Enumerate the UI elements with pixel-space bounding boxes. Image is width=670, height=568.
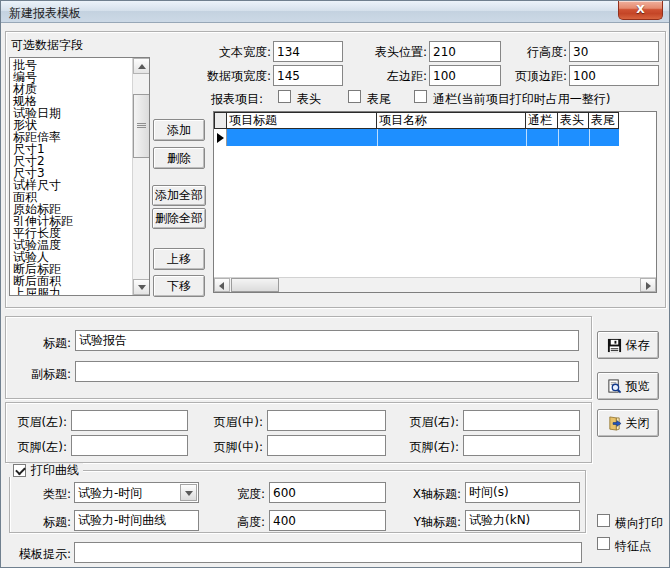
print-curve-legend: 打印曲线 bbox=[9, 463, 83, 477]
row-selector-cell bbox=[214, 129, 227, 146]
left-margin-input[interactable] bbox=[429, 65, 501, 86]
x-axis-title-label: X轴标题: bbox=[397, 486, 461, 503]
item-width-input[interactable] bbox=[273, 65, 343, 86]
grid-header-row: 项目标题 项目名称 通栏 表头 表尾 bbox=[214, 112, 619, 129]
footer-checkbox[interactable] bbox=[348, 90, 361, 103]
row-height-input[interactable] bbox=[569, 41, 659, 62]
row-height-label: 行高度: bbox=[497, 44, 567, 61]
feature-points-checkbox[interactable] bbox=[597, 537, 610, 550]
grid-selected-row[interactable] bbox=[214, 128, 619, 146]
scroll-up-button[interactable] bbox=[133, 58, 150, 74]
page-footer-center-label: 页脚(中): bbox=[201, 439, 263, 456]
hscrollbar-thumb[interactable] bbox=[231, 278, 279, 292]
curve-width-input[interactable] bbox=[269, 482, 386, 503]
report-subtitle-input[interactable] bbox=[75, 361, 579, 382]
template-hint-input[interactable] bbox=[74, 542, 582, 563]
close-button[interactable]: 关闭 bbox=[597, 409, 659, 437]
move-down-button[interactable]: 下移 bbox=[153, 275, 205, 297]
page-footer-left-input[interactable] bbox=[71, 435, 188, 456]
grid-column-footer[interactable]: 表尾 bbox=[588, 112, 619, 129]
report-title-label: 标题: bbox=[19, 335, 71, 352]
column-divider bbox=[377, 129, 378, 146]
curve-type-label: 类型: bbox=[23, 486, 71, 503]
curve-title-input[interactable] bbox=[74, 510, 199, 531]
close-window-button[interactable]: X bbox=[618, 1, 663, 20]
top-margin-input[interactable] bbox=[569, 65, 659, 86]
page-footer-left-label: 页脚(左): bbox=[7, 439, 67, 456]
close-button-label: 关闭 bbox=[626, 415, 650, 432]
curve-type-value: 试验力-时间 bbox=[78, 485, 142, 502]
field-list: 批号 编号 材质 规格 试验日期 形状 标距倍率 尺寸1 尺寸2 尺寸3 试样尺… bbox=[11, 59, 132, 295]
column-divider bbox=[526, 129, 527, 146]
banner-checkbox-label: 通栏(当前项目打印时占用一整行) bbox=[433, 91, 610, 108]
preview-button[interactable]: 预览 bbox=[597, 372, 659, 400]
page-footer-right-label: 页脚(右): bbox=[397, 439, 459, 456]
report-title-input[interactable] bbox=[75, 330, 579, 351]
curve-type-combo[interactable]: 试验力-时间 bbox=[74, 482, 199, 503]
report-items-grid[interactable]: 项目标题 项目名称 通栏 表头 表尾 bbox=[213, 111, 657, 293]
save-icon bbox=[607, 338, 622, 353]
page-header-right-label: 页眉(右): bbox=[397, 414, 459, 431]
item-width-label: 数据项宽度: bbox=[197, 68, 271, 85]
title-bar[interactable]: 新建报表模板 X bbox=[1, 1, 669, 23]
footer-checkbox-label: 表尾 bbox=[367, 91, 391, 108]
print-curve-checkbox[interactable] bbox=[13, 464, 26, 477]
x-axis-title-input[interactable] bbox=[465, 482, 580, 503]
current-row-arrow-icon bbox=[217, 133, 224, 143]
remove-all-button[interactable]: 删除全部 bbox=[152, 208, 206, 229]
add-all-button[interactable]: 添加全部 bbox=[152, 185, 206, 206]
grid-column-item-title[interactable]: 项目标题 bbox=[226, 112, 377, 129]
scrollbar-thumb[interactable] bbox=[133, 94, 150, 158]
chevron-down-icon bbox=[185, 491, 193, 496]
grid-column-item-name[interactable]: 项目名称 bbox=[376, 112, 526, 129]
preview-icon bbox=[607, 379, 622, 394]
header-checkbox-label: 表头 bbox=[297, 91, 321, 108]
preview-button-label: 预览 bbox=[626, 378, 650, 395]
exit-door-icon bbox=[607, 416, 622, 431]
column-divider bbox=[589, 129, 590, 146]
header-pos-input[interactable] bbox=[429, 41, 501, 62]
scroll-right-button[interactable] bbox=[640, 278, 656, 292]
list-item[interactable]: 上屈服力 bbox=[11, 287, 132, 295]
landscape-print-checkbox[interactable] bbox=[597, 514, 610, 527]
page-footer-right-input[interactable] bbox=[463, 435, 580, 456]
page-header-center-input[interactable] bbox=[267, 410, 386, 431]
page-footer-center-input[interactable] bbox=[267, 435, 386, 456]
page-header-left-input[interactable] bbox=[71, 410, 188, 431]
text-width-label: 文本宽度: bbox=[197, 44, 271, 61]
list-vertical-scrollbar[interactable] bbox=[132, 58, 149, 295]
text-width-input[interactable] bbox=[273, 41, 343, 62]
thumb-grip-icon bbox=[137, 123, 146, 124]
grid-horizontal-scrollbar[interactable] bbox=[214, 277, 656, 292]
arrow-left-icon bbox=[219, 282, 224, 290]
dialog-new-report-template: 新建报表模板 X 可选数据字段 批号 编号 材质 规格 试验日期 形状 标距倍率… bbox=[0, 0, 670, 568]
scroll-left-button[interactable] bbox=[214, 278, 230, 292]
curve-height-input[interactable] bbox=[269, 510, 386, 531]
page-header-center-label: 页眉(中): bbox=[201, 414, 263, 431]
top-margin-label: 页顶边距: bbox=[497, 68, 567, 85]
header-pos-label: 表头位置: bbox=[353, 44, 427, 61]
curve-title-label: 标题: bbox=[23, 514, 71, 531]
remove-button[interactable]: 删除 bbox=[153, 147, 205, 169]
combo-dropdown-button[interactable] bbox=[180, 484, 197, 501]
page-header-left-label: 页眉(左): bbox=[7, 414, 67, 431]
report-items-label: 报表项目: bbox=[211, 91, 263, 108]
available-fields-caption: 可选数据字段 bbox=[11, 37, 83, 54]
add-button[interactable]: 添加 bbox=[153, 119, 205, 141]
curve-width-label: 宽度: bbox=[221, 486, 265, 503]
selected-row-highlight bbox=[227, 129, 619, 146]
print-curve-label: 打印曲线 bbox=[31, 462, 79, 479]
banner-checkbox[interactable] bbox=[414, 90, 427, 103]
arrow-down-icon bbox=[138, 285, 146, 290]
page-header-right-input[interactable] bbox=[463, 410, 580, 431]
available-fields-listbox[interactable]: 批号 编号 材质 规格 试验日期 形状 标距倍率 尺寸1 尺寸2 尺寸3 试样尺… bbox=[9, 57, 150, 296]
save-button[interactable]: 保存 bbox=[597, 331, 659, 359]
header-checkbox[interactable] bbox=[278, 90, 291, 103]
grid-column-header[interactable]: 表头 bbox=[557, 112, 589, 129]
scroll-down-button[interactable] bbox=[133, 279, 150, 295]
left-margin-label: 左边距: bbox=[353, 68, 427, 85]
y-axis-title-input[interactable] bbox=[465, 510, 580, 531]
grid-column-banner[interactable]: 通栏 bbox=[525, 112, 558, 129]
move-up-button[interactable]: 上移 bbox=[153, 248, 205, 270]
arrow-up-icon bbox=[138, 64, 146, 69]
